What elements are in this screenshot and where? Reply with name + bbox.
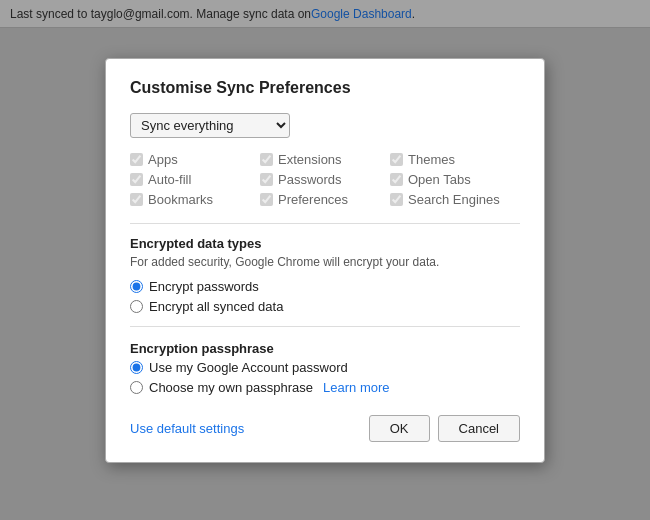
checkbox-passwords-label: Passwords <box>278 172 342 187</box>
radio-use-google-account-input[interactable] <box>130 361 143 374</box>
checkboxes-grid: Apps Extensions Themes Auto-fill Passwor… <box>130 152 520 207</box>
passphrase-radio-group: Use my Google Account password Choose my… <box>130 360 520 395</box>
radio-own-passphrase[interactable]: Choose my own passphrase Learn more <box>130 380 520 395</box>
checkbox-open-tabs-label: Open Tabs <box>408 172 471 187</box>
checkbox-extensions-label: Extensions <box>278 152 342 167</box>
modal-footer: Use default settings OK Cancel <box>130 415 520 442</box>
checkbox-themes[interactable]: Themes <box>390 152 520 167</box>
encrypted-section-desc: For added security, Google Chrome will e… <box>130 255 520 269</box>
checkbox-apps-label: Apps <box>148 152 178 167</box>
checkbox-apps-input <box>130 153 143 166</box>
checkbox-bookmarks[interactable]: Bookmarks <box>130 192 260 207</box>
checkbox-passwords[interactable]: Passwords <box>260 172 390 187</box>
checkbox-passwords-input <box>260 173 273 186</box>
radio-use-google-account-label: Use my Google Account password <box>149 360 348 375</box>
use-default-settings-link[interactable]: Use default settings <box>130 421 244 436</box>
modal-title: Customise Sync Preferences <box>130 79 520 97</box>
checkbox-extensions-input <box>260 153 273 166</box>
checkbox-autofill[interactable]: Auto-fill <box>130 172 260 187</box>
radio-own-passphrase-input[interactable] <box>130 381 143 394</box>
checkbox-preferences[interactable]: Preferences <box>260 192 390 207</box>
radio-encrypt-all[interactable]: Encrypt all synced data <box>130 299 520 314</box>
checkbox-themes-label: Themes <box>408 152 455 167</box>
learn-more-link[interactable]: Learn more <box>323 380 389 395</box>
checkbox-bookmarks-label: Bookmarks <box>148 192 213 207</box>
radio-own-passphrase-label: Choose my own passphrase <box>149 380 313 395</box>
passphrase-section: Encryption passphrase Use my Google Acco… <box>130 341 520 395</box>
cancel-button[interactable]: Cancel <box>438 415 520 442</box>
checkbox-preferences-label: Preferences <box>278 192 348 207</box>
checkbox-open-tabs[interactable]: Open Tabs <box>390 172 520 187</box>
radio-encrypt-passwords[interactable]: Encrypt passwords <box>130 279 520 294</box>
checkbox-search-engines[interactable]: Search Engines <box>390 192 520 207</box>
ok-button[interactable]: OK <box>369 415 430 442</box>
radio-encrypt-all-label: Encrypt all synced data <box>149 299 283 314</box>
divider-2 <box>130 326 520 327</box>
radio-encrypt-passwords-input[interactable] <box>130 280 143 293</box>
checkbox-search-engines-input <box>390 193 403 206</box>
checkbox-apps[interactable]: Apps <box>130 152 260 167</box>
encrypt-radio-group: Encrypt passwords Encrypt all synced dat… <box>130 279 520 314</box>
modal-dialog: Customise Sync Preferences Sync everythi… <box>105 58 545 463</box>
checkbox-open-tabs-input <box>390 173 403 186</box>
checkbox-bookmarks-input <box>130 193 143 206</box>
divider-1 <box>130 223 520 224</box>
checkbox-autofill-label: Auto-fill <box>148 172 191 187</box>
sync-dropdown[interactable]: Sync everything Choose what to sync <box>130 113 290 138</box>
radio-use-google-account[interactable]: Use my Google Account password <box>130 360 520 375</box>
checkbox-search-engines-label: Search Engines <box>408 192 500 207</box>
dropdown-row: Sync everything Choose what to sync <box>130 113 520 138</box>
checkbox-extensions[interactable]: Extensions <box>260 152 390 167</box>
checkbox-themes-input <box>390 153 403 166</box>
checkbox-preferences-input <box>260 193 273 206</box>
footer-buttons: OK Cancel <box>369 415 520 442</box>
modal-overlay: Customise Sync Preferences Sync everythi… <box>0 0 650 520</box>
checkbox-autofill-input <box>130 173 143 186</box>
encrypted-section-title: Encrypted data types <box>130 236 520 251</box>
radio-encrypt-all-input[interactable] <box>130 300 143 313</box>
radio-encrypt-passwords-label: Encrypt passwords <box>149 279 259 294</box>
passphrase-section-title: Encryption passphrase <box>130 341 520 356</box>
